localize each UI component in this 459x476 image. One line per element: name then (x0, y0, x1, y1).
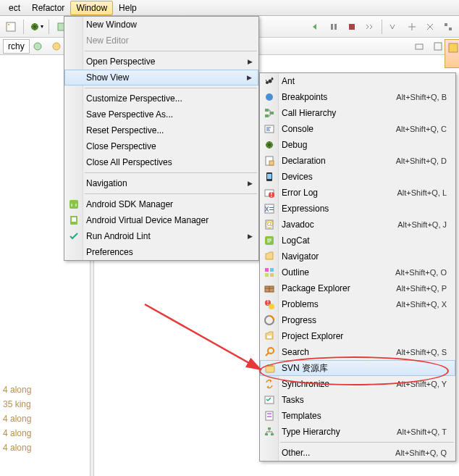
debug-button[interactable]: ▾ (28, 19, 44, 35)
toolbar-button[interactable] (326, 19, 342, 35)
menu-help[interactable]: Help (113, 1, 143, 15)
subbar-button[interactable] (49, 38, 64, 54)
subbar-button[interactable] (30, 38, 46, 54)
view-outline[interactable]: OutlineAlt+Shift+Q, O (260, 264, 455, 280)
view-problems[interactable]: !ProblemsAlt+Shift+Q, X (260, 296, 455, 312)
call-hierarchy-icon (263, 107, 276, 120)
view-project-explorer[interactable]: Project Explorer (260, 328, 455, 344)
view-breakpoints[interactable]: BreakpointsAlt+Shift+Q, B (260, 89, 455, 105)
menu-run-android-lint[interactable]: Run Android Lint▶ (64, 228, 258, 244)
toolbar-button[interactable] (440, 19, 456, 35)
toolbar-button[interactable] (3, 19, 19, 35)
menu-show-view[interactable]: Show View▶ (64, 70, 258, 85)
menu-customize-perspective[interactable]: Customize Perspective... (64, 91, 258, 107)
menu-open-perspective[interactable]: Open Perspective▶ (64, 54, 258, 70)
toolbar-separator (23, 20, 24, 34)
perspective-switcher[interactable] (445, 39, 459, 68)
view-declaration[interactable]: DeclarationAlt+Shift+Q, D (260, 153, 455, 169)
svg-rect-6 (349, 24, 355, 30)
menu-label: Progress (282, 315, 316, 325)
view-package-explorer[interactable]: Package ExplorerAlt+Shift+Q, P (260, 280, 455, 296)
tab-rchy[interactable]: rchy (3, 39, 30, 54)
menu-shortcut: Alt+Shift+Q, L (397, 188, 447, 197)
menu-separator (280, 442, 454, 443)
svg-rect-49 (266, 366, 274, 372)
toolbar-button[interactable] (344, 19, 360, 35)
tasks-icon (263, 393, 276, 406)
menu-reset-perspective[interactable]: Reset Perspective... (64, 122, 258, 138)
menu-close-perspective[interactable]: Close Perspective (64, 138, 258, 154)
view-logcat[interactable]: LogCat (260, 233, 455, 249)
svg-rect-13 (449, 43, 458, 52)
svn-icon (264, 362, 277, 375)
view-search[interactable]: SearchAlt+Shift+Q, S (260, 344, 455, 360)
svg-rect-57 (271, 433, 274, 435)
view-navigator[interactable]: Navigator (260, 249, 455, 264)
menu-label: Outline (282, 267, 309, 277)
gutter-text: 4 along (3, 383, 31, 397)
svg-text:x=: x= (264, 204, 274, 214)
view-ant[interactable]: Ant (260, 73, 455, 89)
package-explorer-icon (263, 282, 276, 295)
menu-new-editor: New Editor (64, 33, 258, 49)
gutter-text: 4 along (3, 412, 31, 426)
subbar-button[interactable] (411, 38, 427, 54)
devices-icon (263, 170, 276, 183)
svg-point-44 (269, 304, 274, 309)
view-debug[interactable]: Debug (260, 137, 455, 153)
view-synchronize[interactable]: SynchronizeAlt+Shift+Q, Y (260, 376, 455, 392)
annotation-arrow (141, 301, 271, 380)
menu-label: Search (282, 347, 309, 357)
javadoc-icon: @ (263, 218, 276, 231)
toolbar-button[interactable] (404, 19, 420, 35)
view-svn[interactable]: SVN 资源库 (260, 360, 455, 376)
svg-text:!: ! (270, 189, 272, 199)
menu-label: New Window (86, 20, 137, 30)
view-console[interactable]: ConsoleAlt+Shift+Q, C (260, 121, 455, 137)
menu-navigation[interactable]: Navigation▶ (64, 175, 258, 191)
console-icon (263, 122, 276, 135)
subbar-button[interactable] (430, 38, 446, 54)
svg-rect-5 (334, 24, 337, 30)
menu-label: Debug (282, 140, 307, 150)
svg-rect-40 (265, 273, 269, 277)
view-devices[interactable]: Devices (260, 169, 455, 185)
view-templates[interactable]: Templates (260, 408, 455, 424)
view-javadoc[interactable]: @JavadocAlt+Shift+Q, J (260, 217, 455, 233)
view-progress[interactable]: Progress (260, 312, 455, 328)
menu-preferences[interactable]: Preferences (64, 244, 258, 260)
menu-new-window[interactable]: New Window (64, 17, 258, 33)
menu-android-avd[interactable]: Android Virtual Device Manager (64, 212, 258, 228)
view-error-log[interactable]: !Error LogAlt+Shift+Q, L (260, 185, 455, 201)
menu-project[interactable]: ect (3, 1, 26, 15)
menu-label: Close Perspective (86, 141, 156, 151)
toolbar-button[interactable] (362, 19, 378, 35)
menu-label: Error Log (282, 188, 318, 198)
menu-label: Problems (282, 299, 319, 309)
toolbar-button[interactable] (386, 19, 402, 35)
menu-label: Other... (282, 448, 310, 458)
view-other[interactable]: Other...Alt+Shift+Q, Q (260, 445, 455, 461)
menu-separator (85, 193, 257, 194)
menu-android-sdk[interactable]: Android SDK Manager (64, 196, 258, 212)
view-call-hierarchy[interactable]: Call Hierarchy (260, 105, 455, 121)
menu-close-all-perspectives[interactable]: Close All Perspectives (64, 154, 258, 170)
svg-rect-0 (7, 22, 15, 31)
menu-label: Call Hierarchy (282, 108, 336, 118)
menu-window[interactable]: Window (70, 1, 113, 15)
view-type-hierarchy[interactable]: Type HierarchyAlt+Shift+Q, T (260, 424, 455, 440)
svg-rect-54 (267, 416, 271, 417)
project-explorer-icon (263, 330, 276, 343)
view-expressions[interactable]: x=Expressions (260, 201, 455, 217)
menu-label: Devices (282, 172, 313, 182)
svg-rect-23 (265, 114, 269, 117)
svg-rect-16 (72, 217, 76, 222)
view-tasks[interactable]: Tasks (260, 392, 455, 408)
menu-label: Open Perspective (86, 57, 155, 67)
menu-save-perspective-as[interactable]: Save Perspective As... (64, 107, 258, 122)
toolbar-button[interactable] (422, 19, 438, 35)
gutter-text: 35 king (3, 397, 31, 412)
menu-refactor[interactable]: Refactor (26, 1, 70, 15)
toolbar-button[interactable] (308, 19, 324, 35)
declaration-icon (263, 154, 276, 167)
